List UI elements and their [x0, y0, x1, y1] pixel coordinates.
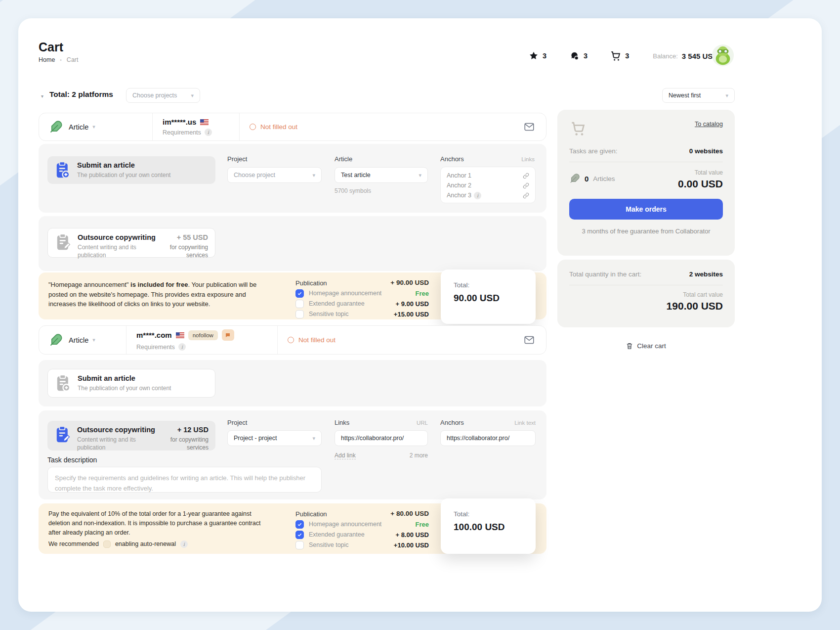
info-icon[interactable]	[474, 192, 481, 199]
project-select[interactable]: Choose project	[227, 167, 322, 183]
checkbox-sensitive-topic[interactable]	[295, 541, 304, 549]
messages-icon[interactable]	[569, 51, 580, 61]
breadcrumb-separator: •	[60, 57, 62, 63]
more-links-label[interactable]: 2 more	[335, 452, 428, 459]
clipboard-plus-icon	[55, 374, 71, 392]
choose-projects-select[interactable]: Choose projects	[126, 88, 200, 103]
to-catalog-link[interactable]: To catalog	[695, 121, 723, 128]
nofollow-badge: nofollow	[188, 330, 218, 340]
chevron-down-icon	[92, 124, 95, 130]
outsource-copywriting-option[interactable]: Outsource copywriting + 55 USD Content w…	[47, 228, 215, 258]
platform2-site: m****.com nofollow Requirements	[126, 326, 277, 354]
symbols-hint: 5700 symbols	[335, 187, 371, 194]
outsource-price: + 55 USD	[177, 233, 208, 241]
clipboard-pencil-icon	[54, 426, 71, 444]
articles-label: Articles	[593, 175, 615, 182]
submit-article-option[interactable]: Submit an article The publication of you…	[47, 156, 215, 184]
project-select[interactable]: Project - project	[227, 430, 322, 446]
divider	[569, 285, 723, 285]
breadcrumb-current: Cart	[67, 56, 79, 63]
outsource-sub-right: for copywriting services	[156, 243, 208, 259]
anchor-text-input[interactable]	[440, 430, 536, 446]
anchors-label: Anchors	[440, 155, 464, 163]
envelope-icon	[524, 336, 534, 344]
total-value: 0.00 USD	[678, 178, 723, 190]
info-icon[interactable]	[178, 343, 186, 351]
auto-renewal-checkbox[interactable]	[103, 540, 111, 548]
checkbox-extended-guarantee[interactable]	[295, 531, 304, 539]
clear-cart-button[interactable]: Clear cart	[557, 342, 735, 350]
chevron-down-icon	[312, 436, 315, 441]
status-ring-icon	[250, 124, 256, 130]
tasks-given-value: 0 websites	[689, 147, 723, 155]
breadcrumb-home[interactable]: Home	[39, 56, 55, 63]
articles-count: 0	[585, 175, 588, 183]
total-value: 100.00 USD	[454, 522, 523, 533]
us-flag-icon	[176, 332, 184, 338]
favorites-icon[interactable]	[529, 51, 539, 61]
make-orders-button[interactable]: Make orders	[569, 199, 723, 220]
platform2-outsource-section: Outsource copywriting + 12 USD Content w…	[39, 410, 546, 499]
platform1-site: im*****.us Requirements	[152, 113, 239, 140]
order-summary-card: To catalog Tasks are given: 0 websites 0…	[557, 110, 735, 256]
outsource-sub-right: for copywriting services	[155, 436, 209, 451]
platform1-total-card: Total: 90.00 USD	[441, 270, 536, 324]
platform1-requirements[interactable]: Requirements	[163, 129, 212, 136]
checkbox-homepage-announcement[interactable]	[295, 289, 304, 298]
anchors-box[interactable]: Anchor 1 Anchor 2 Anchor 3	[440, 167, 536, 203]
platform2-requirements[interactable]: Requirements	[136, 343, 234, 351]
sort-select[interactable]: Newest first	[662, 88, 735, 103]
page-title: Cart	[39, 40, 63, 54]
checkbox-homepage-announcement[interactable]	[295, 520, 304, 529]
submit-article-title: Submit an article	[77, 161, 135, 169]
link-url-input[interactable]	[335, 430, 428, 446]
article-select[interactable]: Test article	[335, 167, 428, 183]
message-publisher-button[interactable]	[524, 326, 546, 354]
guarantee-note: 3 months of free guarantee from Collabor…	[569, 227, 723, 235]
publication-price: + 90.00 USD	[390, 278, 429, 288]
content-type-label: Article	[69, 123, 88, 131]
info-icon[interactable]	[205, 129, 212, 136]
speech-bubble-icon	[225, 332, 231, 338]
total-label: Total:	[454, 281, 523, 289]
platform2-type[interactable]: Article	[39, 326, 126, 354]
cart-quantity-label: Total quantity in the cart:	[569, 270, 641, 278]
message-publisher-button[interactable]	[524, 113, 546, 140]
favorites-count[interactable]: 3	[543, 52, 546, 60]
anchor-row[interactable]: Anchor 3	[447, 190, 529, 200]
anchor-row[interactable]: Anchor 2	[447, 180, 529, 190]
info-icon[interactable]	[180, 540, 188, 548]
main-panel: Cart Home • Cart 3 3 3 Balance: 3 545 US…	[18, 18, 822, 612]
recommend-pre-label: We recommended	[48, 540, 99, 549]
task-description-input[interactable]	[47, 467, 322, 493]
collapse-caret-icon[interactable]	[41, 91, 43, 100]
submit-article-subtitle: The publication of your own content	[77, 171, 170, 179]
platform1-header: Article im*****.us Requirements Not fill…	[39, 113, 546, 141]
anchor-row[interactable]: Anchor 1	[447, 171, 529, 180]
links-column-label: Links	[521, 156, 535, 162]
checkbox-sensitive-topic[interactable]	[295, 310, 304, 318]
avatar[interactable]	[712, 44, 734, 69]
messages-count[interactable]: 3	[584, 52, 588, 60]
submit-article-option[interactable]: Submit an article The publication of you…	[47, 369, 215, 398]
sort-value: Newest first	[669, 92, 701, 99]
link-icon	[523, 182, 529, 189]
platform1-domain[interactable]: im*****.us	[163, 118, 212, 126]
chevron-down-icon	[92, 337, 95, 343]
publication-price: + 80.00 USD	[390, 509, 429, 519]
outsource-title: Outsource copywriting	[78, 233, 156, 241]
url-column-label: URL	[335, 420, 428, 426]
us-flag-icon	[200, 119, 209, 125]
notice-text: Pay the equivalent of 10% of the total o…	[48, 509, 261, 549]
outsource-copywriting-option[interactable]: Outsource copywriting + 12 USD Content w…	[47, 421, 215, 450]
platform2-domain[interactable]: m****.com nofollow	[136, 329, 234, 341]
comment-badge[interactable]	[222, 329, 234, 341]
checkbox-extended-guarantee[interactable]	[295, 300, 304, 308]
notice-text: "Homepage announcement" is included for …	[48, 280, 271, 309]
cart-icon[interactable]	[610, 50, 621, 61]
platform1-type[interactable]: Article	[39, 113, 152, 140]
chevron-down-icon	[419, 173, 421, 178]
platform2-header: Article m****.com nofollow Requirements …	[39, 325, 546, 355]
clipboard-plus-icon	[54, 161, 71, 179]
cart-count[interactable]: 3	[625, 52, 629, 60]
